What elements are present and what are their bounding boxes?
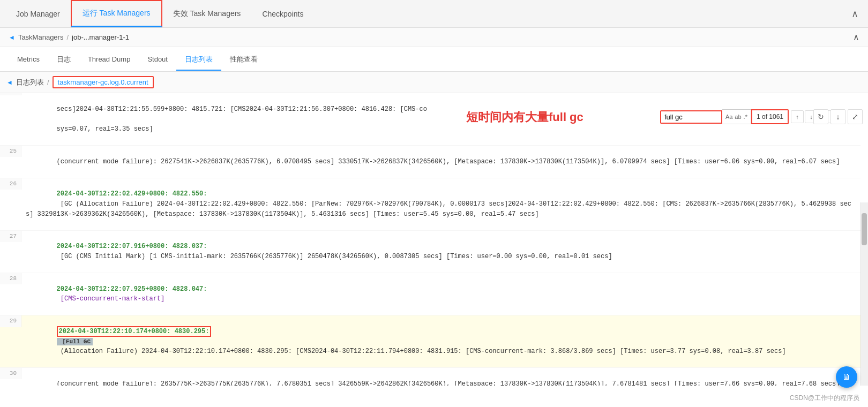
table-row: 28 2024-04-30T12:22:07.925+0800: 4828.04…	[0, 273, 860, 315]
breadcrumb-sep1: /	[66, 33, 69, 41]
top-tab-bar: Job Manager 运行 Task Managers 失效 Task Man…	[0, 0, 868, 28]
table-row: 26 2024-04-30T12:22:02.429+0800: 4822.55…	[0, 178, 860, 231]
tab-metrics[interactable]: Metrics	[9, 49, 48, 70]
tab-thread-dump[interactable]: Thread Dump	[79, 49, 139, 70]
search-flag-regex: .*	[744, 114, 747, 120]
breadcrumb-root[interactable]: TaskManagers	[18, 33, 64, 41]
search-prev-btn[interactable]: ↑	[791, 110, 804, 123]
tab-perf[interactable]: 性能查看	[221, 48, 266, 71]
tab-stdout[interactable]: Stdout	[139, 49, 176, 70]
expand-btn[interactable]: ⤢	[848, 109, 863, 124]
search-count: 1 of 1061	[751, 109, 789, 124]
top-collapse-btn[interactable]: ∧	[847, 6, 863, 22]
search-input[interactable]	[664, 113, 718, 121]
log-breadcrumb-back[interactable]: ◄	[6, 79, 13, 86]
breadcrumb-current: job-...manager-1-1	[72, 33, 129, 41]
breadcrumb-back[interactable]: ◄	[9, 34, 15, 41]
float-action-btn[interactable]: 🗎	[836, 366, 857, 388]
float-icon: 🗎	[842, 372, 851, 382]
table-row: 27 2024-04-30T12:22:07.916+0800: 4828.03…	[0, 231, 860, 273]
tab-failed-task-managers[interactable]: 失效 Task Managers	[162, 2, 252, 26]
log-breadcrumb-sep: /	[47, 78, 49, 86]
log-filename[interactable]: taskmanager-gc.log.0.current	[53, 76, 154, 88]
log-breadcrumb-root[interactable]: 日志列表	[16, 78, 44, 87]
breadcrumb: ◄ TaskManagers / job-...manager-1-1 ∧	[0, 28, 868, 47]
tab-job-manager[interactable]: Job Manager	[5, 2, 71, 26]
table-row: 29 2024-04-30T12:22:10.174+0800: 4830.29…	[0, 315, 860, 368]
scrollbar-thumb[interactable]	[862, 213, 867, 245]
search-input-wrap	[660, 110, 722, 124]
refresh-btn[interactable]: ↻	[813, 109, 828, 124]
search-annotation: 短时间内有大量full gc	[466, 109, 583, 125]
sub-tab-bar: Metrics 日志 Thread Dump Stdout 日志列表 性能查看	[0, 47, 868, 72]
tab-running-task-managers[interactable]: 运行 Task Managers	[71, 0, 162, 27]
tab-log-list[interactable]: 日志列表	[176, 48, 221, 71]
tab-logs[interactable]: 日志	[48, 48, 79, 71]
scrollbar-track[interactable]	[860, 202, 868, 386]
watermark: CSDN@工作中的程序员	[790, 394, 859, 403]
log-breadcrumb: ◄ 日志列表 / taskmanager-gc.log.0.current	[0, 72, 868, 93]
breadcrumb-collapse[interactable]: ∧	[853, 32, 859, 42]
tab-checkpoints[interactable]: Checkpoints	[251, 2, 314, 26]
table-row: 25 (concurrent mode failure): 2627541K->…	[0, 146, 860, 178]
search-flag-aa: Aa	[725, 114, 732, 120]
table-row: 30 (concurrent mode failure): 2635775K->…	[0, 368, 860, 386]
download-btn[interactable]: ↓	[830, 109, 845, 124]
log-lines: secs]2024-04-30T12:21:55.599+0800: 4815.…	[0, 93, 868, 386]
search-flag-ab: ab	[735, 114, 741, 120]
search-flags[interactable]: Aa ab .*	[722, 109, 751, 124]
